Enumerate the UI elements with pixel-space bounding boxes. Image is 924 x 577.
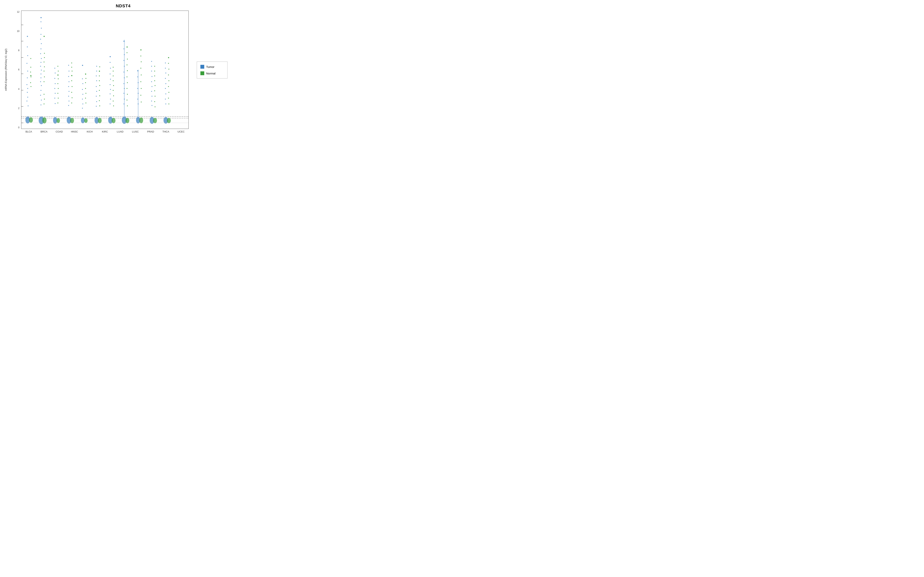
svg-rect-100 xyxy=(82,99,83,100)
svg-rect-73 xyxy=(58,71,59,71)
svg-rect-119 xyxy=(96,106,97,106)
svg-rect-24 xyxy=(40,17,42,18)
svg-rect-160 xyxy=(124,72,124,73)
svg-rect-156 xyxy=(124,48,124,49)
svg-rect-134 xyxy=(110,62,110,63)
svg-rect-8 xyxy=(27,77,28,78)
svg-point-122 xyxy=(98,118,102,123)
svg-rect-223 xyxy=(165,83,166,84)
svg-rect-45 xyxy=(44,81,44,82)
svg-rect-238 xyxy=(168,103,169,104)
svg-point-209 xyxy=(153,118,157,123)
svg-rect-162 xyxy=(124,83,124,84)
svg-rect-138 xyxy=(110,84,110,85)
svg-rect-63 xyxy=(55,98,55,98)
svg-rect-170 xyxy=(127,59,128,60)
x-tick-brca: BRCA xyxy=(36,130,52,133)
svg-rect-25 xyxy=(40,21,41,22)
x-tick-prad: PRAD xyxy=(143,130,158,133)
svg-rect-203 xyxy=(151,91,152,92)
x-tick-lusc: LUSC xyxy=(128,130,143,133)
svg-rect-27 xyxy=(40,34,41,35)
svg-rect-6 xyxy=(27,63,27,64)
svg-rect-133 xyxy=(110,56,111,57)
svg-rect-234 xyxy=(168,81,169,81)
svg-rect-68 xyxy=(58,103,58,103)
svg-rect-10 xyxy=(27,88,28,89)
svg-rect-57 xyxy=(55,68,55,68)
svg-rect-72 xyxy=(58,75,58,76)
svg-rect-206 xyxy=(152,105,152,106)
svg-rect-102 xyxy=(82,108,83,108)
svg-rect-137 xyxy=(110,79,111,80)
svg-rect-150 xyxy=(113,76,113,76)
svg-rect-5 xyxy=(27,55,28,56)
svg-rect-101 xyxy=(82,103,83,104)
svg-rect-197 xyxy=(141,102,142,102)
svg-rect-87 xyxy=(72,86,73,87)
svg-rect-40 xyxy=(40,90,41,91)
svg-rect-165 xyxy=(124,99,125,100)
svg-rect-18 xyxy=(30,82,31,83)
chart-svg xyxy=(21,11,189,129)
svg-rect-36 xyxy=(40,74,41,74)
svg-rect-192 xyxy=(141,68,141,68)
svg-rect-4 xyxy=(27,47,28,47)
svg-rect-60 xyxy=(55,83,56,84)
svg-rect-99 xyxy=(82,94,83,95)
svg-rect-159 xyxy=(124,66,125,66)
svg-rect-34 xyxy=(40,66,41,66)
svg-rect-183 xyxy=(138,82,139,83)
svg-point-15 xyxy=(29,117,33,123)
y-tick-0: 0 xyxy=(10,126,20,129)
svg-rect-136 xyxy=(110,74,110,74)
svg-rect-20 xyxy=(31,58,31,59)
svg-rect-171 xyxy=(127,64,128,65)
svg-rect-105 xyxy=(85,88,86,89)
chart-area xyxy=(21,11,189,129)
svg-rect-224 xyxy=(165,88,166,89)
svg-rect-21 xyxy=(31,67,31,68)
svg-rect-22 xyxy=(31,75,31,76)
svg-rect-227 xyxy=(165,103,166,104)
svg-rect-218 xyxy=(154,66,155,66)
svg-rect-108 xyxy=(86,103,86,103)
svg-rect-88 xyxy=(71,92,72,93)
legend-label-tumor: Tumor xyxy=(206,65,215,68)
svg-rect-235 xyxy=(168,86,169,87)
svg-rect-12 xyxy=(27,97,28,98)
svg-rect-178 xyxy=(127,105,128,106)
svg-rect-49 xyxy=(44,61,44,62)
svg-rect-46 xyxy=(44,77,45,77)
svg-rect-193 xyxy=(141,75,142,76)
svg-rect-195 xyxy=(141,88,142,89)
y-tick-10: 10 xyxy=(10,30,20,32)
svg-rect-52 xyxy=(44,99,45,100)
svg-rect-29 xyxy=(41,43,42,44)
svg-rect-16 xyxy=(30,72,31,73)
x-tick-coad: COAD xyxy=(52,130,67,133)
svg-rect-233 xyxy=(168,75,169,76)
svg-rect-222 xyxy=(165,78,166,79)
svg-rect-84 xyxy=(68,105,69,106)
svg-rect-120 xyxy=(96,71,97,71)
svg-rect-94 xyxy=(71,63,72,63)
svg-rect-80 xyxy=(68,86,69,87)
svg-rect-126 xyxy=(99,95,100,96)
svg-rect-35 xyxy=(41,70,42,71)
svg-rect-125 xyxy=(99,90,100,91)
svg-rect-204 xyxy=(152,96,152,97)
svg-rect-152 xyxy=(113,67,113,68)
svg-rect-216 xyxy=(154,76,155,76)
svg-rect-43 xyxy=(40,105,41,105)
svg-rect-106 xyxy=(86,93,86,93)
svg-rect-212 xyxy=(154,90,155,91)
legend-item-normal: Normal xyxy=(200,71,224,75)
svg-rect-199 xyxy=(151,71,152,71)
svg-rect-110 xyxy=(86,78,86,79)
svg-rect-157 xyxy=(124,54,125,55)
svg-rect-77 xyxy=(68,71,69,71)
svg-rect-31 xyxy=(40,53,41,54)
svg-point-85 xyxy=(70,118,74,123)
svg-rect-201 xyxy=(151,81,152,82)
